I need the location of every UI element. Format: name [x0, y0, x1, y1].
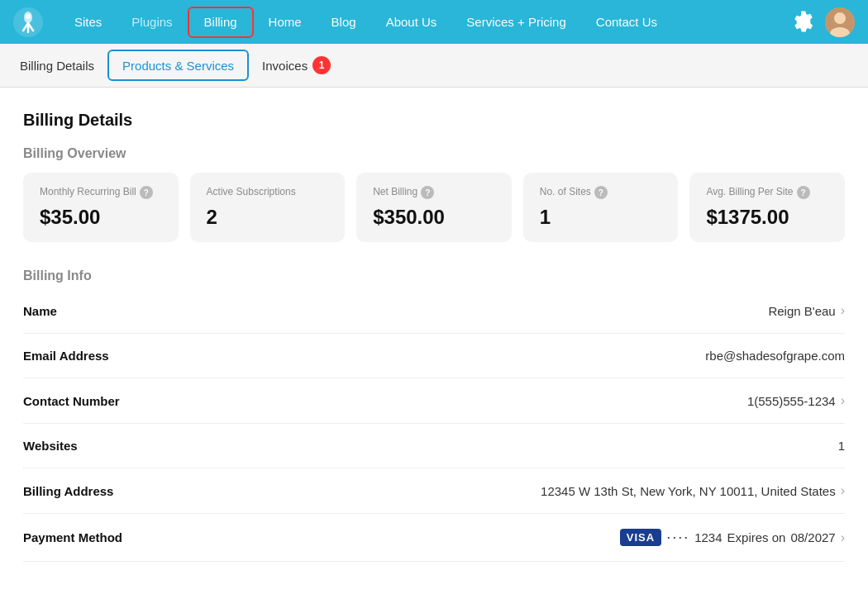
logo[interactable]: [13, 7, 43, 37]
nav-about[interactable]: About Us: [371, 0, 452, 44]
card-no-of-sites-value: 1: [540, 206, 662, 229]
card-monthly-bill-value: $35.00: [40, 206, 162, 229]
nav-contact[interactable]: Contact Us: [581, 0, 672, 44]
card-net-billing-value: $350.00: [373, 206, 495, 229]
sub-nav-billing-details[interactable]: Billing Details: [17, 44, 107, 88]
sub-nav-products[interactable]: Products & Services: [107, 50, 249, 81]
info-row-name[interactable]: Name Reign B'eau ›: [23, 288, 845, 334]
expires-label: Expires on: [727, 530, 786, 544]
name-value: Reign B'eau ›: [768, 303, 845, 318]
svg-point-5: [26, 14, 31, 19]
card-no-of-sites-label: No. of Sites ?: [540, 186, 662, 199]
nav-home[interactable]: Home: [254, 0, 317, 44]
nav-right: [792, 7, 855, 37]
main-content: Billing Details Billing Overview Monthly…: [0, 88, 868, 613]
card-net-billing: Net Billing ? $350.00: [356, 173, 512, 242]
email-value: rbe@shadesofgrape.com: [705, 349, 845, 363]
invoice-badge: 1: [312, 56, 331, 74]
info-row-websites: Websites 1: [23, 424, 845, 468]
payment-value: VISA ···· 1234 Expires on 08/2027 ›: [620, 529, 845, 546]
billing-address-chevron-icon: ›: [841, 483, 845, 498]
sub-nav-invoices[interactable]: Invoices 1: [249, 44, 344, 88]
sub-nav: Billing Details Products & Services Invo…: [0, 44, 868, 88]
card-avg-billing-label: Avg. Billing Per Site ?: [706, 186, 828, 199]
websites-label: Websites: [23, 439, 78, 453]
billing-overview-title: Billing Overview: [23, 146, 845, 161]
avg-billing-help-icon[interactable]: ?: [797, 186, 810, 199]
overview-cards: Monthly Recurring Bill ? $35.00 Active S…: [23, 173, 845, 242]
contact-value: 1(555)555-1234 ›: [747, 393, 845, 408]
no-of-sites-help-icon[interactable]: ?: [594, 186, 608, 199]
avatar[interactable]: [825, 7, 855, 37]
billing-address-value: 12345 W 13th St, New York, NY 10011, Uni…: [541, 483, 845, 498]
invoices-label: Invoices: [262, 59, 308, 73]
billing-address-label: Billing Address: [23, 484, 113, 498]
payment-chevron-icon: ›: [841, 530, 845, 545]
card-monthly-bill: Monthly Recurring Bill ? $35.00: [23, 173, 179, 242]
card-active-subscriptions-label: Active Subscriptions: [207, 186, 329, 199]
top-nav: Sites Plugins Billing Home Blog About Us…: [0, 0, 868, 44]
contact-chevron-icon: ›: [841, 393, 845, 408]
net-billing-help-icon[interactable]: ?: [421, 186, 434, 199]
payment-label: Payment Method: [23, 530, 122, 544]
visa-badge: VISA: [620, 529, 661, 546]
monthly-bill-help-icon[interactable]: ?: [140, 186, 153, 199]
email-label: Email Address: [23, 349, 109, 363]
info-row-billing-address[interactable]: Billing Address 12345 W 13th St, New Yor…: [23, 468, 845, 514]
info-row-payment[interactable]: Payment Method VISA ···· 1234 Expires on…: [23, 514, 845, 562]
card-net-billing-label: Net Billing ?: [373, 186, 495, 199]
card-last4: 1234: [694, 530, 722, 544]
nav-plugins[interactable]: Plugins: [117, 0, 187, 44]
nav-billing[interactable]: Billing: [188, 7, 254, 38]
expiry-date: 08/2027: [790, 530, 835, 544]
info-row-email: Email Address rbe@shadesofgrape.com: [23, 334, 845, 378]
contact-label: Contact Number: [23, 394, 120, 408]
card-no-of-sites: No. of Sites ? 1: [523, 173, 679, 242]
name-chevron-icon: ›: [841, 303, 845, 318]
nav-blog[interactable]: Blog: [317, 0, 371, 44]
card-avg-billing-value: $1375.00: [706, 206, 828, 229]
billing-info-title: Billing Info: [23, 268, 845, 283]
page-title: Billing Details: [23, 111, 845, 130]
card-avg-billing: Avg. Billing Per Site ? $1375.00: [689, 173, 845, 242]
card-dots: ····: [666, 529, 689, 546]
card-monthly-bill-label: Monthly Recurring Bill ?: [40, 186, 162, 199]
card-active-subscriptions: Active Subscriptions 2: [190, 173, 346, 242]
svg-point-7: [834, 12, 846, 24]
nav-links: Sites Plugins Billing Home Blog About Us…: [60, 0, 792, 44]
nav-services[interactable]: Services + Pricing: [451, 0, 580, 44]
name-label: Name: [23, 304, 57, 318]
info-row-contact[interactable]: Contact Number 1(555)555-1234 ›: [23, 378, 845, 424]
nav-sites[interactable]: Sites: [60, 0, 117, 44]
settings-icon[interactable]: [792, 9, 815, 36]
card-active-subscriptions-value: 2: [207, 206, 329, 229]
websites-value: 1: [838, 439, 845, 453]
